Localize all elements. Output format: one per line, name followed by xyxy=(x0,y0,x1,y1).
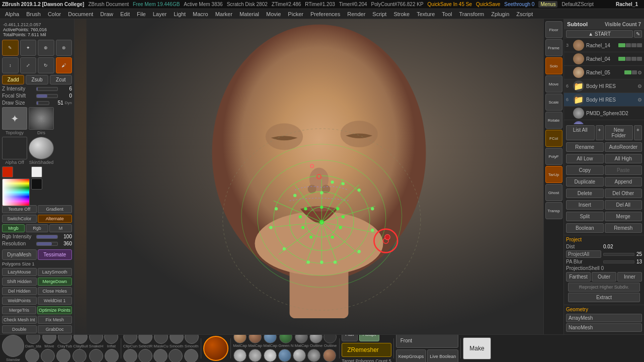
rename-btn[interactable]: Rename xyxy=(566,142,604,152)
move-3d-btn[interactable]: Move xyxy=(545,75,562,93)
subtool-extra-0[interactable] xyxy=(631,43,636,47)
z-intensity-slider[interactable] xyxy=(36,87,58,91)
maskcu-brush[interactable]: MaskCu xyxy=(153,334,168,348)
draw-size-slider[interactable] xyxy=(36,101,49,105)
all-high-btn[interactable]: All High xyxy=(605,154,642,163)
subtool-item-0[interactable]: 3 Rachel_14 xyxy=(564,39,644,52)
del-other-btn[interactable]: Del Other xyxy=(605,189,642,198)
menu-render[interactable]: Render xyxy=(344,10,368,18)
inner-btn[interactable]: Inner xyxy=(617,272,642,282)
alpha-off-preview[interactable]: Alpha Off xyxy=(2,137,27,165)
active-tool-icon[interactable]: 🖌 xyxy=(56,57,72,73)
menu-draw[interactable]: Draw xyxy=(97,10,116,18)
subtool-rgb-1[interactable] xyxy=(637,57,642,61)
remesh-btn[interactable]: Remesh xyxy=(605,223,642,233)
foreground-color[interactable] xyxy=(2,166,13,177)
subtool-lock-1[interactable] xyxy=(626,57,631,61)
front-btn[interactable]: Front xyxy=(396,334,459,348)
draw-btn[interactable]: ✦ xyxy=(20,40,37,56)
subtool-vis-1[interactable] xyxy=(618,57,625,61)
gradient-btn[interactable]: Gradient xyxy=(38,205,72,213)
skinsha-mat[interactable]: SkiNSha xyxy=(321,349,337,362)
double-btn[interactable]: Double xyxy=(2,325,37,333)
scale-icon-btn[interactable]: ⤢ xyxy=(20,57,37,73)
metal0-mat[interactable]: Metal 0 xyxy=(307,349,320,362)
movetr-circle[interactable] xyxy=(56,349,70,363)
selectr-circle[interactable] xyxy=(138,334,152,344)
metalict-mat[interactable]: Metalict xyxy=(292,349,306,362)
boolean-btn[interactable]: Boolean xyxy=(566,223,604,233)
dynamic-btn[interactable]: Dyn xyxy=(65,101,72,105)
nano-mesh-btn[interactable]: NanoMesh xyxy=(566,323,642,332)
color-picker[interactable] xyxy=(2,178,30,206)
menu-file[interactable]: File xyxy=(134,10,149,18)
grabdoc-btn[interactable]: GrabDoc xyxy=(38,325,72,333)
matcap4-swatch[interactable] xyxy=(295,334,308,343)
mean-slider[interactable] xyxy=(603,253,634,256)
menu-material[interactable]: Material xyxy=(236,10,262,18)
menus-btn[interactable]: Menus xyxy=(538,1,557,8)
menu-color[interactable]: Color xyxy=(45,10,64,18)
new-folder-plus[interactable]: + xyxy=(634,125,642,140)
zadd-btn[interactable]: Zadd xyxy=(2,75,24,84)
menu-layer[interactable]: Layer xyxy=(150,10,170,18)
fcol-btn[interactable]: FCol xyxy=(545,130,562,147)
damsta-brush[interactable]: Dam_sta xyxy=(25,334,41,348)
canvas-area[interactable]: Floor Frame Solo Move Scale Rotate FCol … xyxy=(74,19,564,334)
standard-brush[interactable]: Standar xyxy=(2,335,24,362)
delete-btn[interactable]: Delete xyxy=(566,189,604,198)
inflat-circle[interactable] xyxy=(104,334,118,344)
list-all-plus[interactable]: + xyxy=(596,125,604,140)
all-low-btn[interactable]: All Low xyxy=(566,154,604,163)
new-folder-btn[interactable]: New Folder xyxy=(605,125,633,140)
menu-alpha[interactable]: Alpha xyxy=(2,10,22,18)
matcap4[interactable]: MatCap xyxy=(294,334,308,348)
dlinn-swatch[interactable] xyxy=(278,349,291,362)
frame-btn[interactable]: Frame xyxy=(545,39,562,56)
make-btn[interactable]: Make xyxy=(463,337,491,359)
subtool-lock-2[interactable] xyxy=(632,70,637,74)
texture-off-btn[interactable]: Texture Off xyxy=(2,205,37,213)
damsta-circle[interactable] xyxy=(26,334,40,344)
list-all-btn[interactable]: List All xyxy=(566,125,595,140)
snakeh-brush[interactable]: SnakeH xyxy=(89,334,103,348)
polyf-btn[interactable]: PolyF xyxy=(545,148,562,165)
live-boolean-btn[interactable]: Live Boolean xyxy=(427,349,458,363)
movetr-brush[interactable]: Move Tr xyxy=(56,349,71,363)
dlinn-mat[interactable]: Dlinn xyxy=(278,349,291,362)
menu-picker[interactable]: Picker xyxy=(285,10,306,18)
outline-mat-swatch[interactable] xyxy=(309,334,323,343)
black-swatch[interactable] xyxy=(31,178,42,190)
del-all-btn[interactable]: Del All xyxy=(605,200,642,210)
menu-texture[interactable]: Texture xyxy=(414,10,438,18)
auto-reorder-btn[interactable]: AutoReorder xyxy=(605,142,642,152)
smooth1-circle[interactable] xyxy=(170,334,184,344)
matcap2-swatch[interactable] xyxy=(249,334,262,343)
metal0-swatch[interactable] xyxy=(307,349,320,362)
zremesher-btn[interactable]: ZRemesher xyxy=(342,343,391,357)
clipcun-brush[interactable]: ClipCun xyxy=(123,334,137,348)
copy-btn[interactable]: Copy xyxy=(566,165,604,175)
zcut-btn[interactable]: Zcut xyxy=(50,75,72,84)
merge-btn[interactable]: Merge xyxy=(605,212,642,221)
topolog-circle[interactable] xyxy=(105,349,119,363)
green-mat-swatch[interactable] xyxy=(279,334,292,343)
menu-transform[interactable]: Transform xyxy=(456,10,488,18)
subtool-gear-4[interactable]: ⚙ xyxy=(637,97,642,103)
subtool-rgb-0[interactable] xyxy=(637,43,642,47)
alternate-btn[interactable]: Alternate xyxy=(38,215,72,223)
paste-btn[interactable]: Paste xyxy=(605,165,642,175)
basicmi2-swatch[interactable] xyxy=(249,349,262,362)
smooth-btn[interactable]: ⊕ xyxy=(38,40,54,56)
array-mesh-btn[interactable]: ArrayMesh xyxy=(566,314,642,322)
trimcur-brush[interactable]: TrimCur xyxy=(123,349,138,363)
dirt-preview[interactable]: · · ·· · · xyxy=(29,107,54,130)
resolution-slider[interactable] xyxy=(36,242,58,246)
smooth2-circle[interactable] xyxy=(185,334,199,344)
menu-tool[interactable]: Tool xyxy=(439,10,455,18)
insert-btn[interactable]: Insert xyxy=(566,200,604,210)
menu-brush[interactable]: Brush xyxy=(23,10,44,18)
basicmi3[interactable]: BasicMi xyxy=(263,349,277,362)
subtool-vis-0[interactable] xyxy=(618,43,625,47)
mrgb-btn[interactable]: Mrgb xyxy=(2,224,25,232)
